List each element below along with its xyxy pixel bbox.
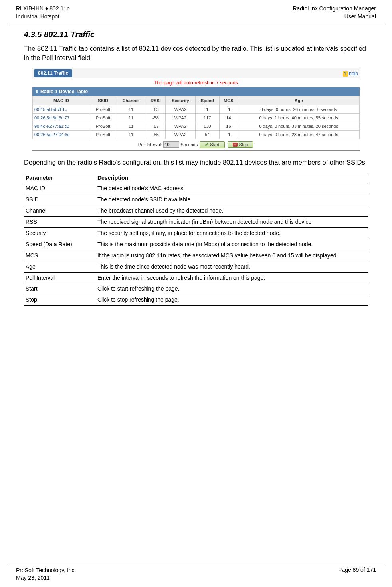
- footer-left: ProSoft Technology, Inc. May 23, 2011: [16, 567, 76, 582]
- col-mcs: MCS: [219, 96, 238, 105]
- cell-speed: 130: [195, 122, 219, 131]
- cell-speed: 117: [195, 114, 219, 122]
- param-name: MAC ID: [24, 183, 96, 194]
- param-name: SSID: [24, 194, 96, 205]
- intro-text: The 802.11 Traffic tab contains a list o…: [24, 44, 368, 62]
- table-row: 90:4c:e5:77:a1:c0 ProSoft 11 -57 WPA2 13…: [33, 122, 360, 131]
- start-label: Start: [210, 142, 219, 147]
- param-head-param: Parameter: [24, 173, 96, 183]
- section-title: 4.3.5 802.11 Traffic: [24, 30, 368, 39]
- param-row: StopClick to stop refreshing the page.: [24, 294, 368, 306]
- cell-channel: 11: [116, 105, 146, 114]
- cell-rssi: -57: [146, 122, 166, 131]
- param-desc: The received signal strength indicator (…: [96, 217, 368, 228]
- drag-icon: ⠿: [36, 90, 39, 94]
- cell-age: 0 days, 1 hours, 40 minutes, 55 seconds: [238, 114, 360, 122]
- poll-row: Poll Interval: Seconds Start Stop: [32, 139, 360, 150]
- tab-traffic[interactable]: 802.11 Traffic: [34, 69, 72, 77]
- cell-channel: 11: [116, 122, 146, 131]
- page-footer: ProSoft Technology, Inc. May 23, 2011 Pa…: [8, 563, 384, 587]
- parameter-table: Parameter Description MAC IDThe detected…: [24, 173, 368, 306]
- param-desc: The detected node's MAC address.: [96, 183, 368, 194]
- cell-mac: 00:15:af:bd:7f:1c: [33, 105, 90, 114]
- table-row: 00:15:af:bd:7f:1c ProSoft 11 -63 WPA2 1 …: [33, 105, 360, 114]
- cell-channel: 11: [116, 114, 146, 122]
- footer-page: Page 89 of 171: [338, 567, 376, 582]
- cell-age: 0 days, 0 hours, 33 minutes, 20 seconds: [238, 122, 360, 131]
- stop-button[interactable]: Stop: [228, 141, 253, 148]
- cell-speed: 54: [195, 131, 219, 139]
- header-product: RLXIB-IHN ♦ 802.11n: [16, 5, 70, 13]
- cell-rssi: -55: [146, 131, 166, 139]
- device-table-title-text: Radio 1 Device Table: [40, 89, 88, 94]
- cell-security: WPA2: [165, 131, 195, 139]
- poll-label: Poll Interval:: [138, 142, 162, 147]
- cell-speed: 1: [195, 105, 219, 114]
- col-speed: Speed: [195, 96, 219, 105]
- cell-mcs: 15: [219, 122, 238, 131]
- param-desc: The security settings, if any, in place …: [96, 228, 368, 239]
- after-figure-text: Depending on the radio's Radio's configu…: [24, 158, 368, 167]
- param-name: Speed (Data Rate): [24, 239, 96, 250]
- cell-mcs: -1: [219, 131, 238, 139]
- cell-ssid: ProSoft: [90, 105, 116, 114]
- cell-rssi: -58: [146, 114, 166, 122]
- param-name: MCS: [24, 250, 96, 261]
- header-subtitle: Industrial Hotspot: [16, 13, 70, 21]
- param-desc: This is the maximum possible data rate (…: [96, 239, 368, 250]
- param-desc: The broadcast channel used by the detect…: [96, 205, 368, 217]
- cell-channel: 11: [116, 131, 146, 139]
- poll-units: Seconds: [180, 142, 198, 147]
- help-label: help: [349, 71, 358, 76]
- param-name: Age: [24, 261, 96, 272]
- param-desc: Enter the interval in seconds to refresh…: [96, 272, 368, 283]
- param-desc: If the radio is using 802.11n rates, the…: [96, 250, 368, 261]
- refresh-message: The page will auto-refresh in 7 seconds: [32, 78, 360, 87]
- param-row: SSIDThe detected node's SSID if availabl…: [24, 194, 368, 205]
- param-row: RSSIThe received signal strength indicat…: [24, 217, 368, 228]
- cell-rssi: -63: [146, 105, 166, 114]
- param-row: ChannelThe broadcast channel used by the…: [24, 205, 368, 217]
- param-row: Poll IntervalEnter the interval in secon…: [24, 272, 368, 283]
- param-name: Poll Interval: [24, 272, 96, 283]
- cell-security: WPA2: [165, 105, 195, 114]
- cell-age: 0 days, 0 hours, 23 minutes, 47 seconds: [238, 131, 360, 139]
- param-name: RSSI: [24, 217, 96, 228]
- header-app: RadioLinx Configuration Manager: [293, 5, 376, 13]
- param-row: SecurityThe security settings, if any, i…: [24, 228, 368, 239]
- cell-age: 3 days, 0 hours, 26 minutes, 8 seconds: [238, 105, 360, 114]
- param-name: Channel: [24, 205, 96, 217]
- param-name: Start: [24, 283, 96, 294]
- start-button[interactable]: Start: [200, 141, 224, 148]
- param-desc: This is the time since detected node was…: [96, 261, 368, 272]
- col-ssid: SSID: [90, 96, 116, 105]
- header-left: RLXIB-IHN ♦ 802.11n Industrial Hotspot: [16, 5, 70, 20]
- cell-ssid: ProSoft: [90, 122, 116, 131]
- footer-date: May 23, 2011: [16, 574, 76, 582]
- param-name: Stop: [24, 294, 96, 306]
- device-table-title: ⠿Radio 1 Device Table: [32, 87, 360, 96]
- cell-mac: 90:4c:e5:77:a1:c0: [33, 122, 90, 131]
- poll-input[interactable]: [163, 141, 179, 148]
- cell-mcs: -1: [219, 105, 238, 114]
- param-desc: Click to start refreshing the page.: [96, 283, 368, 294]
- param-name: Security: [24, 228, 96, 239]
- param-row: AgeThis is the time since detected node …: [24, 261, 368, 272]
- help-link[interactable]: ?help: [343, 70, 358, 77]
- footer-company: ProSoft Technology, Inc.: [16, 567, 76, 575]
- param-row: Speed (Data Rate)This is the maximum pos…: [24, 239, 368, 250]
- col-channel: Channel: [116, 96, 146, 105]
- cell-mcs: 14: [219, 114, 238, 122]
- page-header: RLXIB-IHN ♦ 802.11n Industrial Hotspot R…: [8, 0, 384, 24]
- col-security: Security: [165, 96, 195, 105]
- col-rssi: RSSI: [146, 96, 166, 105]
- table-row: 00:26:5e:27:04:6e ProSoft 11 -55 WPA2 54…: [33, 131, 360, 139]
- device-table: MAC ID SSID Channel RSSI Security Speed …: [32, 96, 360, 139]
- header-doc: User Manual: [293, 13, 376, 21]
- cell-ssid: ProSoft: [90, 114, 116, 122]
- cell-security: WPA2: [165, 114, 195, 122]
- param-desc: Click to stop refreshing the page.: [96, 294, 368, 306]
- param-desc: The detected node's SSID if available.: [96, 194, 368, 205]
- header-right: RadioLinx Configuration Manager User Man…: [293, 5, 376, 20]
- param-row: StartClick to start refreshing the page.: [24, 283, 368, 294]
